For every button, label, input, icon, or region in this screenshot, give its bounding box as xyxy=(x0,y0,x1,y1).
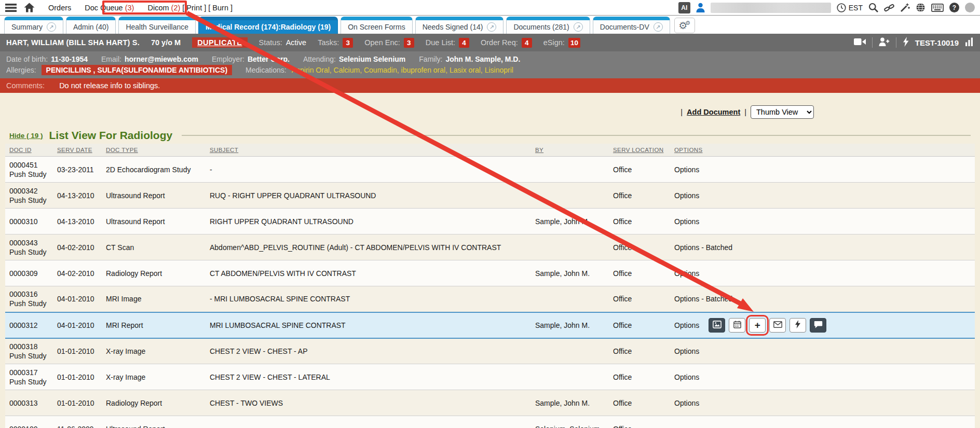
tab-documents[interactable]: Documents (281)↗ xyxy=(506,17,590,34)
push-study-label[interactable]: Push Study xyxy=(9,299,49,308)
hide-link[interactable]: Hide ( 19 ) xyxy=(9,132,43,140)
duplicate-badge[interactable]: DUPLICATE xyxy=(192,37,247,48)
tab-admin[interactable]: Admin (40) xyxy=(66,17,116,34)
options-link[interactable]: Options xyxy=(674,321,699,329)
medication-link[interactable]: Aspirin Oral, xyxy=(292,66,334,74)
column-header[interactable]: SERV DATE xyxy=(53,144,102,157)
link-icon[interactable] xyxy=(884,3,894,12)
add-document-link[interactable]: Add Document xyxy=(687,108,740,116)
hamburger-menu-icon[interactable] xyxy=(5,4,17,12)
external-link-icon[interactable]: ↗ xyxy=(574,22,583,32)
view-mode-select[interactable]: Thumb View xyxy=(751,105,814,119)
doc-id[interactable]: 0000342 xyxy=(9,187,38,195)
options-link[interactable]: Options xyxy=(674,217,699,226)
nav-item-doc-queue[interactable]: Doc Queue (3) xyxy=(85,4,134,12)
medication-link[interactable]: ibuprofen oral, xyxy=(401,66,450,74)
count-badge[interactable]: 10 xyxy=(568,38,580,48)
doc-id[interactable]: 0000318 xyxy=(9,342,38,351)
envelope-button[interactable] xyxy=(769,318,786,333)
tab-health-surveillance[interactable]: Health Surveillance xyxy=(118,17,196,34)
table-row[interactable]: 0000451Push Study03-23-20112D Echocardio… xyxy=(5,157,975,183)
count-badge[interactable]: 4 xyxy=(459,38,469,48)
count-badge[interactable]: 3 xyxy=(404,38,414,48)
medication-link[interactable]: Calcium, xyxy=(334,66,364,74)
table-row[interactable]: 0000318Push Study01-01-2010X-ray ImageCH… xyxy=(5,338,975,364)
options-link[interactable]: Options xyxy=(674,347,699,355)
add-button[interactable]: + xyxy=(749,318,766,333)
doc-id[interactable]: 0000312 xyxy=(9,321,38,329)
timezone-label: EST xyxy=(849,4,863,12)
column-header[interactable]: SUBJECT xyxy=(206,144,531,157)
lightning-bolt-icon[interactable] xyxy=(903,37,909,48)
medication-link[interactable]: Lasix oral, xyxy=(450,66,485,74)
options-link[interactable]: Options xyxy=(674,399,699,407)
column-header[interactable]: SERV LOCATION xyxy=(609,144,670,157)
medication-link[interactable]: Lisinopril xyxy=(485,66,513,74)
table-row[interactable]: 0000316Push Study04-01-2010MRI Image- MR… xyxy=(5,286,975,312)
column-header[interactable]: DOC ID xyxy=(5,144,53,157)
options-link[interactable]: Options xyxy=(674,191,699,200)
column-header[interactable]: BY xyxy=(531,144,609,157)
view-image-button[interactable] xyxy=(709,318,725,333)
options-link[interactable]: Options xyxy=(674,165,699,174)
doc-id[interactable]: 0000100 xyxy=(9,425,38,428)
doc-id[interactable]: 0000310 xyxy=(9,217,38,226)
medication-link[interactable]: Coumadin, xyxy=(364,66,401,74)
external-link-icon[interactable]: ↗ xyxy=(47,22,56,32)
clock-icon[interactable] xyxy=(837,3,846,12)
count-badge[interactable]: 4 xyxy=(522,38,532,48)
video-camera-icon[interactable] xyxy=(854,38,866,47)
table-row[interactable]: 000031204-01-2010MRI ReportMRI LUMBOSACR… xyxy=(5,312,975,338)
tab-settings-button[interactable]: ⚙ ⚙ xyxy=(674,18,695,33)
table-row[interactable]: 000010011-06-2009Ultrasound ReportSeleni… xyxy=(5,416,975,428)
count-badge[interactable]: 3 xyxy=(343,38,353,48)
push-study-label[interactable]: Push Study xyxy=(9,352,49,360)
ai-badge[interactable]: AI xyxy=(678,2,690,13)
add-person-icon[interactable] xyxy=(879,37,890,48)
options-link[interactable]: Options - Batched xyxy=(674,295,732,303)
doc-id[interactable]: 0000451 xyxy=(9,161,38,169)
external-link-icon[interactable]: ↗ xyxy=(654,22,663,32)
external-link-icon[interactable]: ↗ xyxy=(487,22,496,32)
nav-item-orders[interactable]: Orders xyxy=(48,4,71,12)
table-row[interactable]: 0000317Push Study01-01-2010X-ray ImageCH… xyxy=(5,364,975,390)
doc-id[interactable]: 0000317 xyxy=(9,368,38,377)
tab-documents-dv[interactable]: Documents-DV↗ xyxy=(593,17,670,34)
doc-id[interactable]: 0000313 xyxy=(9,399,38,407)
lightning-button[interactable] xyxy=(790,318,806,333)
chat-button[interactable] xyxy=(810,318,826,333)
globe-icon[interactable] xyxy=(916,3,925,12)
doc-id[interactable]: 0000309 xyxy=(9,269,38,278)
push-study-label[interactable]: Push Study xyxy=(9,170,49,178)
table-row[interactable]: 000030904-02-2010Radiology ReportCT ABDO… xyxy=(5,260,975,286)
nav-item-dicom[interactable]: Dicom (2) [ Print ] [ Burn ] xyxy=(147,4,233,12)
user-icon[interactable] xyxy=(696,3,705,12)
table-row[interactable]: 0000343Push Study04-02-2010CT ScanAbdome… xyxy=(5,234,975,260)
help-icon[interactable]: ? xyxy=(949,3,959,12)
keyboard-icon[interactable] xyxy=(931,4,944,12)
column-header[interactable]: DOC TYPE xyxy=(102,144,206,157)
chart-icon[interactable] xyxy=(965,37,974,48)
table-row[interactable]: 000031004-13-2010Ultrasound ReportRIGHT … xyxy=(5,209,975,234)
allergies-badge[interactable]: PENICILLINS , SULFA(SULFONAMIDE ANTIBIOT… xyxy=(42,65,232,75)
options-link[interactable]: Options xyxy=(674,373,699,381)
push-study-label[interactable]: Push Study xyxy=(9,248,49,256)
table-row[interactable]: 0000342Push Study04-13-2010Ultrasound Re… xyxy=(5,183,975,209)
magic-wand-icon[interactable] xyxy=(900,3,910,12)
calendar-button[interactable] xyxy=(729,318,745,333)
search-icon[interactable] xyxy=(868,3,878,12)
tab-medical-record-radiology[interactable]: Medical Record (174):Radiology (19) xyxy=(198,17,338,34)
doc-id[interactable]: 0000343 xyxy=(9,239,38,247)
tab-needs-signed[interactable]: Needs Signed (14)↗ xyxy=(415,17,504,34)
doc-id[interactable]: 0000316 xyxy=(9,290,38,298)
profile-circle-icon[interactable] xyxy=(965,3,975,12)
table-row[interactable]: 000031301-01-2010Radiology ReportCHEST -… xyxy=(5,390,975,416)
push-study-label[interactable]: Push Study xyxy=(9,378,49,386)
home-icon[interactable] xyxy=(24,3,35,12)
push-study-label[interactable]: Push Study xyxy=(9,196,49,204)
options-link[interactable]: Options - Batched xyxy=(674,243,732,252)
options-link[interactable]: Options xyxy=(674,269,699,278)
column-header[interactable]: OPTIONS xyxy=(670,144,975,157)
tab-on-screen-forms[interactable]: On Screen Forms xyxy=(341,17,412,34)
tab-summary[interactable]: Summary↗ xyxy=(4,17,63,34)
